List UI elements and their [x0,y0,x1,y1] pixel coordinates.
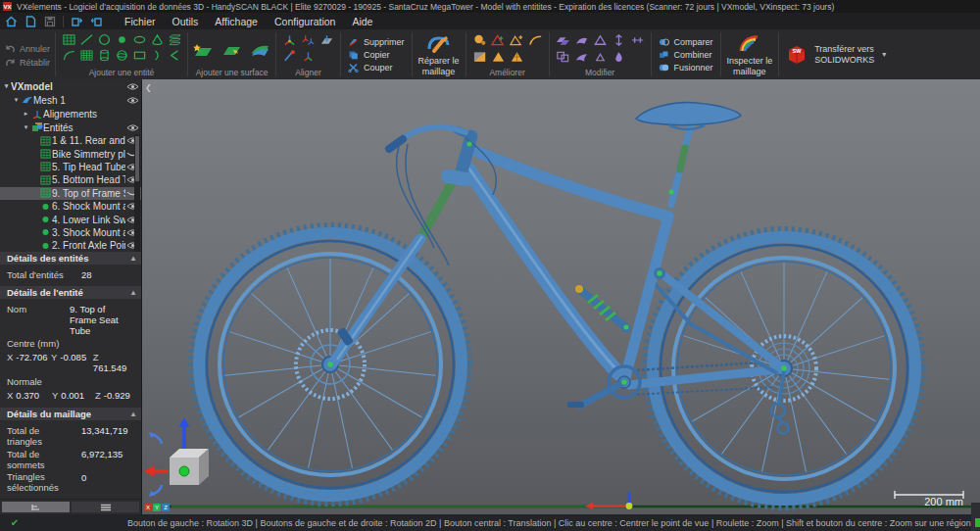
sphere-entity-icon[interactable] [115,49,129,62]
add-triangles-icon[interactable] [510,33,524,47]
tree-item[interactable]: 3. Shock Mount at M [0,226,141,239]
add-surface-group-label: Ajouter une surface [196,68,269,78]
open-session-icon[interactable] [70,15,83,27]
import-session-icon[interactable] [89,15,103,27]
entity-details-header[interactable]: Détails de l'entité▴ [0,286,141,299]
collapse-icon[interactable]: ▴ [131,254,135,263]
tree-scrollbar[interactable] [134,134,140,252]
eye-visible-icon[interactable] [125,82,139,91]
circle-entity-icon[interactable] [97,33,112,46]
surface-patch-icon[interactable] [250,42,270,59]
menu-aide[interactable]: Aide [352,16,372,27]
repair-mesh-button[interactable]: Réparer le maillage [413,29,466,79]
modify-surfaces-icon[interactable] [556,33,570,47]
align-frames-icon[interactable] [301,33,316,47]
cone-entity-icon[interactable] [150,33,165,46]
planes-stack-entity-icon[interactable] [168,33,182,46]
menu-affichage[interactable]: Affichage [215,16,258,27]
axis-z-chip: Z [162,504,170,511]
delete-button[interactable]: Supprimer [348,37,405,47]
refine-triangle-icon[interactable] [510,50,524,64]
fill-hole-icon[interactable] [472,50,487,64]
undo-button[interactable]: Annuler [5,44,50,54]
align-plane-icon[interactable] [319,33,334,47]
cut-button[interactable]: Couper [348,63,405,72]
redo-button[interactable]: Rétablir [5,58,50,68]
tree-node-entities[interactable]: ▾ Entités [0,121,141,134]
tree-item-label: 2. Front Axle Point [52,240,125,251]
small-triangle-icon[interactable] [593,50,608,64]
tree-item[interactable]: 2. Front Axle Point [0,239,141,252]
merge-button[interactable]: Fusionner [659,63,713,72]
eye-visible-icon[interactable] [125,96,139,105]
tree-item[interactable]: 5. Tip Head Tube Pl [0,161,141,173]
dropdown-caret-icon[interactable]: ▾ [882,50,886,59]
tree-item[interactable]: 5. Bottom Head Tub [0,173,141,186]
save-icon[interactable] [43,15,57,27]
flip-normals-icon[interactable] [612,33,626,47]
tree-item[interactable]: 4. Lower Link Swing [0,213,141,225]
home-icon[interactable] [4,15,18,27]
new-surface-icon[interactable] [193,42,214,59]
decimate-icon[interactable] [593,33,608,47]
tree-item[interactable]: 1 & 11. Rear and Fro [0,134,141,147]
inspect-mesh-icon [737,32,762,54]
menu-configuration[interactable]: Configuration [274,16,335,27]
hierarchy-view-button[interactable] [2,502,70,512]
ellipse-entity-icon[interactable] [132,33,147,46]
align-pin-icon[interactable] [282,49,297,63]
expander-icon[interactable]: ▾ [2,82,11,90]
normal-x: 0.370 [16,390,39,401]
boolean-icon[interactable] [556,50,570,64]
improve-blob-icon[interactable] [472,33,487,47]
edit-surface-icon[interactable] [221,42,242,59]
sidebar-collapse-icon[interactable]: ❮ [145,83,152,92]
combine-button[interactable]: Combiner [659,50,713,60]
app-logo-icon: VX [3,2,12,11]
expander-icon[interactable]: ▸ [22,110,30,118]
inspect-mesh-button[interactable]: Inspecter le maillage [721,29,779,79]
tree-node-alignments[interactable]: ▸ Alignements [0,107,141,121]
tree-item[interactable]: 9. Top of Frame Seat [0,187,141,200]
mesh-plane-entity-icon[interactable] [79,49,94,62]
smooth-drop-icon[interactable] [612,50,626,64]
expander-icon[interactable]: ▾ [12,96,21,104]
patch-triangle-icon[interactable] [491,50,506,64]
angle-entity-icon[interactable] [168,49,182,62]
align-triad-icon[interactable] [282,33,297,47]
extend-surface-icon[interactable] [574,33,589,47]
plane-entity-icon[interactable] [62,33,76,46]
copy-button[interactable]: Copier [348,50,405,60]
menu-fichier[interactable]: Fichier [124,16,156,27]
cylinder-entity-icon[interactable] [97,49,112,62]
measure-icon[interactable] [630,33,645,47]
tree-node-vxmodel[interactable]: ▾ VXmodel [0,79,141,93]
deform-surface-icon[interactable] [574,50,589,64]
collapse-icon[interactable]: ▴ [131,288,135,297]
collapse-icon[interactable]: ▴ [131,410,135,418]
tree-node-label: VXmodel [11,81,125,92]
eye-visible-icon[interactable] [125,123,139,132]
smooth-boundary-icon[interactable] [528,33,543,47]
menu-outils[interactable]: Outils [172,16,199,27]
3d-viewport[interactable]: ❮ [142,79,980,514]
transfer-solidworks-button[interactable]: SW Transférer vers SOLIDWORKS ▾ [779,29,892,79]
tree-item[interactable]: Bike Simmetry plane [0,147,141,160]
tree-item[interactable]: 6. Shock Mount at L [0,200,141,213]
expander-icon[interactable]: ▾ [22,123,30,131]
align-axis-icon[interactable] [301,49,316,63]
curve-entity-icon[interactable] [150,49,165,62]
mesh-details-header[interactable]: Détails du maillage▴ [0,408,141,420]
align-group: Aligner [276,29,340,79]
line-entity-icon[interactable] [79,33,94,46]
compare-button[interactable]: Comparer [659,37,713,47]
arc-entity-icon[interactable] [62,49,76,62]
tree-node-mesh[interactable]: ▾ Mesh 1 [0,93,141,107]
new-document-icon[interactable] [24,15,37,27]
fix-triangles-icon[interactable] [491,33,506,47]
entities-details-header[interactable]: Détails des entités▴ [0,252,141,265]
point-entity-icon[interactable] [115,33,129,46]
rectangle-entity-icon[interactable] [132,49,147,62]
model-tree-sidebar: ▾ VXmodel ▾ Mesh 1 ▸ Alignements ▾ Entit… [0,79,142,514]
list-view-button[interactable] [72,502,139,512]
